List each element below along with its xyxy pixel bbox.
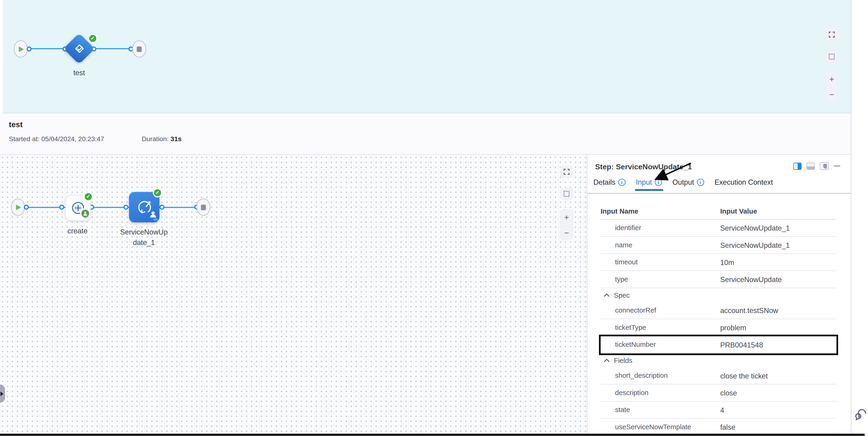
marquee-selection-icon bbox=[564, 191, 570, 197]
info-icon[interactable]: i bbox=[655, 179, 662, 186]
run-title: test bbox=[9, 120, 23, 129]
table-row-tickettype: ticketType problem bbox=[601, 319, 837, 336]
tab-label: Execution Context bbox=[714, 178, 773, 187]
pipeline-end-node[interactable] bbox=[132, 40, 146, 58]
table-row-identifier: identifier ServiceNowUpdate_1 bbox=[601, 220, 837, 237]
panel-tabs: DetailsiInputiOutputiExecution Context bbox=[592, 178, 774, 191]
success-check-badge: ✓ bbox=[88, 34, 97, 43]
minimize-icon[interactable] bbox=[834, 165, 840, 167]
play-icon bbox=[16, 204, 21, 210]
stage-node-test[interactable]: ✓ bbox=[68, 38, 90, 60]
edge-connector-dot bbox=[159, 205, 164, 210]
execution-end-node[interactable] bbox=[196, 199, 210, 216]
table-row-timeout: timeout 10m bbox=[601, 254, 837, 271]
table-row-description: description close bbox=[601, 384, 837, 402]
input-value-cell: account.testSNow bbox=[720, 306, 778, 315]
success-check-badge: ✓ bbox=[153, 188, 162, 198]
table-group-row-spec[interactable]: Spec bbox=[601, 288, 837, 302]
table-row-short_description: short_description close the ticket bbox=[601, 367, 837, 384]
table-header: Input Name Input Value bbox=[601, 204, 837, 220]
marquee-select-button[interactable] bbox=[825, 50, 838, 63]
edge-connector-dot bbox=[59, 205, 64, 210]
input-name-cell: type bbox=[601, 275, 720, 283]
stage-graph-canvas[interactable]: ✓ test + − bbox=[3, 0, 851, 113]
input-value-cell: 10m bbox=[720, 258, 734, 266]
marquee-select-button[interactable] bbox=[560, 188, 573, 200]
step-details-panel: Step: ServiceNowUpdate_1 DetailsiInputiO… bbox=[587, 155, 851, 436]
input-name-cell: timeout bbox=[601, 258, 720, 266]
input-name-cell: connectorRef bbox=[601, 306, 720, 314]
input-name-cell: identifier bbox=[601, 224, 720, 232]
graph-edge bbox=[18, 207, 203, 208]
table-group-row-fields[interactable]: Fields bbox=[601, 354, 837, 367]
zoom-in-button[interactable]: + bbox=[829, 74, 834, 83]
bottom-edge-strip bbox=[0, 433, 865, 436]
step-node-create[interactable]: </> ✓ bbox=[65, 195, 91, 221]
fullscreen-icon bbox=[564, 169, 570, 175]
input-value-cell: PRB0041548 bbox=[720, 340, 763, 349]
duration: Duration: 31s bbox=[142, 135, 182, 143]
input-table-body: identifier ServiceNowUpdate_1 name Servi… bbox=[601, 220, 837, 436]
input-value-cell: ServiceNowUpdate_1 bbox=[720, 241, 790, 249]
chevron-up-icon[interactable] bbox=[604, 359, 614, 362]
group-label: Fields bbox=[614, 357, 632, 364]
pipeline-start-node[interactable] bbox=[14, 40, 28, 58]
fullscreen-icon bbox=[829, 31, 835, 37]
input-value-cell: close the ticket bbox=[720, 371, 768, 380]
input-name-cell: short_description bbox=[601, 372, 720, 379]
input-name-cell: ticketType bbox=[601, 324, 720, 331]
column-header-input-value: Input Value bbox=[720, 207, 757, 215]
tab-input[interactable]: Inputi bbox=[635, 178, 663, 191]
code-icon: </> bbox=[84, 215, 89, 219]
table-row-state: state 4 bbox=[601, 402, 837, 419]
panel-title: Step: ServiceNowUpdate_1 bbox=[595, 163, 692, 171]
stage-node-label: test bbox=[57, 69, 101, 77]
zoom-out-button[interactable]: − bbox=[564, 228, 569, 237]
run-header: test Started at: 05/04/2024, 20:23:47 Du… bbox=[0, 113, 851, 155]
tabs-divider bbox=[587, 193, 851, 194]
tab-execution-context[interactable]: Execution Context bbox=[713, 178, 774, 191]
fullscreen-button[interactable] bbox=[825, 28, 838, 41]
chevron-up-icon[interactable] bbox=[604, 293, 614, 297]
expand-arrow-icon bbox=[0, 391, 3, 396]
left-drawer-handle[interactable] bbox=[0, 384, 5, 403]
input-name-cell: name bbox=[601, 241, 720, 249]
step-node-servicenowupdate[interactable]: </> ✓ bbox=[129, 192, 159, 223]
zoom-in-button[interactable]: + bbox=[564, 213, 569, 221]
tab-details[interactable]: Detailsi bbox=[592, 178, 626, 191]
split-view-vertical-icon[interactable] bbox=[793, 162, 802, 170]
edge-connector-dot bbox=[24, 205, 28, 210]
table-row-ticketnumber-highlighted: ticketNumber PRB0041548 bbox=[601, 336, 837, 354]
info-icon[interactable]: i bbox=[697, 179, 704, 186]
input-name-cell: description bbox=[601, 389, 720, 397]
execution-start-node[interactable] bbox=[11, 199, 25, 216]
input-name-cell: ticketNumber bbox=[601, 341, 720, 348]
step-node-label: create bbox=[56, 227, 100, 235]
tab-output[interactable]: Outputi bbox=[671, 178, 705, 191]
tab-label: Details bbox=[593, 178, 615, 187]
stop-icon bbox=[136, 46, 141, 52]
input-value-cell: close bbox=[720, 389, 737, 397]
tab-label: Output bbox=[673, 178, 694, 187]
execution-graph-canvas[interactable]: </> ✓ create </> ✓ ServiceNowUpdate_1 bbox=[0, 155, 587, 436]
floating-view-icon[interactable] bbox=[820, 162, 829, 170]
column-header-input-name: Input Name bbox=[601, 207, 720, 215]
panel-layout-controls bbox=[793, 162, 840, 170]
success-check-badge: ✓ bbox=[84, 192, 93, 201]
started-at: Started at: 05/04/2024, 20:23:47 bbox=[9, 135, 104, 143]
edge-connector-dot bbox=[123, 205, 128, 210]
page-gutter bbox=[851, 0, 868, 436]
zoom-controls: + − bbox=[560, 209, 573, 240]
fullscreen-button[interactable] bbox=[560, 165, 573, 178]
split-view-horizontal-icon[interactable] bbox=[806, 162, 815, 170]
step-node-label: ServiceNowUpdate_1 bbox=[118, 227, 169, 248]
input-value-cell: 4 bbox=[720, 406, 724, 414]
tab-label: Input bbox=[636, 178, 652, 187]
zoom-out-button[interactable]: − bbox=[829, 90, 834, 98]
info-icon[interactable]: i bbox=[618, 179, 625, 186]
group-label: Spec bbox=[614, 291, 630, 299]
chat-bubbles-icon[interactable] bbox=[854, 408, 867, 421]
input-value-cell: ServiceNowUpdate bbox=[720, 275, 782, 284]
input-value-cell: false bbox=[720, 423, 735, 431]
table-row-connectorref: connectorRef account.testSNow bbox=[601, 302, 837, 319]
